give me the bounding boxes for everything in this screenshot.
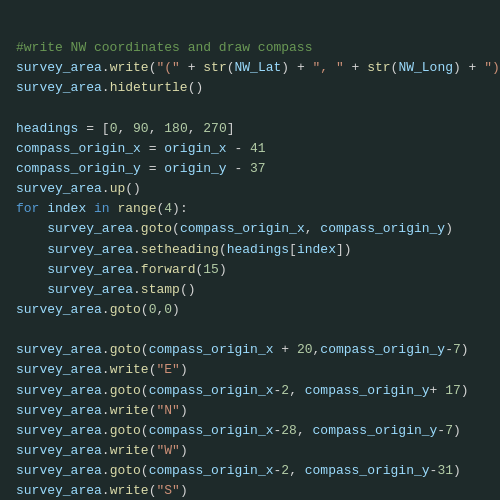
code-editor: #write NW coordinates and draw compass s…	[0, 0, 500, 500]
code-line: survey_area	[16, 181, 102, 196]
code-line: compass_origin_y	[16, 161, 141, 176]
code-line: survey_area	[16, 403, 102, 418]
code-line: survey_area	[16, 463, 102, 478]
code-line: headings	[16, 121, 78, 136]
code-line: compass_origin_x	[16, 141, 141, 156]
code-line: survey_area	[16, 342, 102, 357]
code-line: survey_area	[16, 383, 102, 398]
code-line: survey_area	[16, 60, 102, 75]
code-line: survey_area	[16, 483, 102, 498]
code-line: survey_area	[16, 362, 102, 377]
code-line: survey_area	[16, 80, 102, 95]
code-line: survey_area	[16, 423, 102, 438]
code-line: survey_area	[16, 443, 102, 458]
code-line: survey_area	[16, 302, 102, 317]
keyword-for: for	[16, 201, 39, 216]
comment-line: #write NW coordinates and draw compass	[16, 40, 312, 55]
